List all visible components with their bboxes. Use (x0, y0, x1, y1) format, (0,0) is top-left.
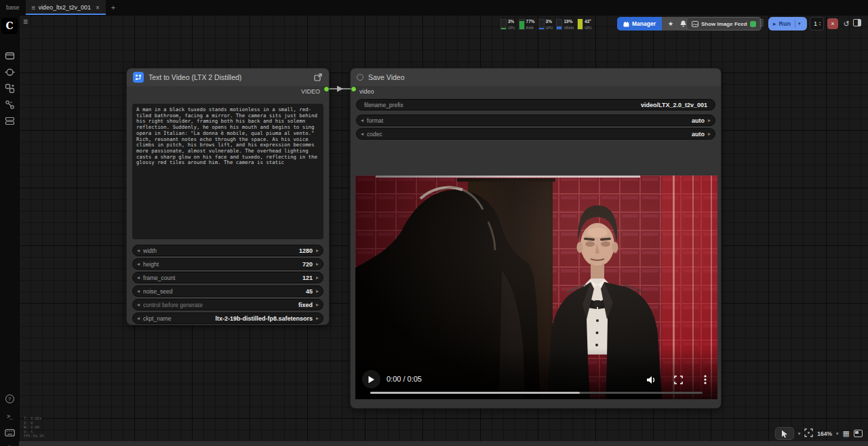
widget-noise-seed[interactable]: ◂ noise_seed 45 ▸ (132, 285, 323, 297)
widget-name: width (143, 247, 157, 254)
manager-label: Manager (632, 20, 656, 27)
widget-name: codec (367, 131, 382, 138)
canvas-menu-icon[interactable]: ≡ (23, 17, 28, 26)
node-header[interactable]: Save Video (351, 68, 721, 86)
run-options-chevron-icon[interactable]: ▾ (798, 21, 801, 26)
node-text-to-video[interactable]: Text to Video (LTX 2 Distilled) VIDEO A … (126, 68, 330, 325)
pointer-tool-button[interactable] (775, 427, 794, 440)
horizontal-scrollbar[interactable] (19, 441, 868, 446)
image-icon (692, 21, 698, 27)
widget-ckpt-name[interactable]: ◂ ckpt_name ltx-2-19b-distilled-fp8.safe… (132, 312, 323, 324)
terminal-icon[interactable]: >_ (4, 411, 15, 422)
decrement-icon[interactable]: ◂ (137, 262, 140, 267)
batch-count-input[interactable]: 1 ▲ ▼ (810, 17, 824, 31)
queue-icon[interactable] (4, 115, 15, 126)
tab-video-ltx2[interactable]: ≡ video_ltx2_t2v_001 × (26, 0, 106, 15)
widget-codec[interactable]: ◂ codec auto ▸ (356, 128, 715, 140)
gpu-monitor: 3%GPU (538, 18, 553, 30)
ram-monitor: 77%RAM (519, 18, 535, 30)
play-button[interactable] (362, 370, 380, 388)
star-icon[interactable]: ★ (665, 18, 677, 29)
prompt-textarea[interactable]: A man in a black tuxedo stands motionles… (132, 104, 323, 239)
input-label-video: video (359, 86, 374, 97)
time-display: 0:00 / 0:05 (387, 375, 422, 383)
settings-gear-icon[interactable]: ⚙ (4, 443, 15, 446)
widget-value[interactable]: auto (692, 131, 705, 138)
increment-icon[interactable]: ▸ (316, 262, 319, 267)
help-icon[interactable]: ? (4, 393, 15, 404)
widget-width[interactable]: ◂ width 1280 ▸ (132, 245, 323, 256)
history-button[interactable]: ↺ (841, 18, 852, 30)
increment-icon[interactable]: ▸ (316, 248, 319, 254)
widget-value[interactable]: 1280 (299, 247, 313, 254)
interrupt-button[interactable]: × (827, 18, 838, 29)
tool-chevron-icon[interactable]: ▾ (798, 431, 801, 437)
output-label-video: VIDEO (301, 86, 320, 97)
overflow-menu-icon[interactable] (700, 374, 711, 385)
widget-value[interactable]: ltx-2-19b-distilled-fp8.safetensors (215, 315, 313, 322)
decrement-icon[interactable]: ◂ (361, 131, 363, 137)
feed-status-icon (750, 21, 756, 27)
close-tab-icon[interactable]: × (96, 4, 100, 12)
widget-name: height (143, 261, 159, 268)
toolbar-drag-handle[interactable]: ⣿ (759, 18, 764, 27)
workflows-icon[interactable] (4, 50, 15, 61)
perf-stats-overlay: T: 0.02s I: 0 W: 2.00 V: 5 FPS:59.95 (24, 416, 44, 439)
widget-format[interactable]: ◂ format auto ▸ (356, 115, 715, 126)
widget-control-before-generate[interactable]: ◂ control before generate fixed ▸ (132, 299, 323, 310)
increment-icon[interactable]: ▸ (708, 131, 711, 137)
vram-monitor: 19%VRAM (556, 18, 573, 30)
decrement-icon[interactable]: ◂ (137, 289, 140, 294)
model-library-icon[interactable] (4, 66, 15, 77)
widget-filename-prefix[interactable]: filename_prefix video/LTX_2.0_t2v_001 (356, 99, 715, 110)
node-title: Text to Video (LTX 2 Distilled) (149, 73, 241, 81)
collapse-node-icon[interactable] (357, 74, 363, 81)
new-tab-button[interactable]: + (106, 0, 121, 15)
decrement-icon[interactable]: ◂ (361, 118, 363, 123)
batch-count-value[interactable]: 1 (814, 20, 817, 27)
tab-base[interactable]: base (0, 0, 26, 15)
decrement-icon[interactable]: ◂ (137, 248, 140, 254)
manager-button[interactable]: Manager (617, 17, 662, 31)
input-socket-video[interactable] (351, 86, 357, 92)
increment-icon[interactable]: ▸ (316, 275, 319, 281)
templates-icon[interactable] (4, 99, 15, 110)
widget-value[interactable]: 121 (302, 275, 313, 281)
show-image-feed-button[interactable]: Show Image Feed (686, 17, 762, 31)
spinner-down-icon[interactable]: ▼ (818, 24, 821, 26)
widget-value[interactable]: fixed (298, 302, 313, 308)
increment-icon[interactable]: ▸ (316, 289, 319, 294)
volume-icon[interactable] (646, 374, 656, 385)
video-preview[interactable]: 0:00 / 0:05 (355, 176, 717, 399)
widget-value[interactable]: 45 (306, 288, 313, 295)
output-socket-video[interactable] (323, 86, 330, 92)
widget-value[interactable]: auto (692, 117, 705, 124)
toggle-panel-button[interactable] (853, 19, 861, 26)
node-header[interactable]: Text to Video (LTX 2 Distilled) (127, 68, 329, 86)
minimap-toggle-icon[interactable] (854, 430, 863, 437)
widget-name: format (367, 117, 383, 124)
increment-icon[interactable]: ▸ (316, 316, 319, 321)
run-button[interactable]: ▸ Run ▾ (768, 17, 807, 31)
fullscreen-icon[interactable] (673, 374, 684, 385)
decrement-icon[interactable]: ◂ (137, 275, 140, 281)
comfyui-logo: C (1, 18, 18, 34)
node-library-icon[interactable] (4, 83, 15, 94)
decrement-icon[interactable]: ◂ (137, 302, 140, 308)
expand-preview-icon[interactable] (313, 73, 323, 82)
seek-bar[interactable] (370, 392, 703, 394)
increment-icon[interactable]: ▸ (316, 302, 319, 308)
shortcuts-icon[interactable] (4, 427, 15, 438)
zoom-level[interactable]: 164% (817, 430, 832, 437)
zoom-chevron-icon[interactable]: ▾ (836, 431, 839, 437)
grid-toggle-icon[interactable]: ▦ (843, 430, 850, 437)
left-sidebar: C ? >_ ⚙ (0, 15, 19, 446)
node-save-video[interactable]: Save Video video filename_prefix video/L… (350, 68, 722, 409)
widget-frame-count[interactable]: ◂ frame_count 121 ▸ (132, 272, 323, 283)
widget-value[interactable]: video/LTX_2.0_t2v_001 (641, 102, 707, 108)
widget-height[interactable]: ◂ height 720 ▸ (132, 258, 323, 270)
decrement-icon[interactable]: ◂ (137, 316, 140, 321)
fit-view-icon[interactable] (804, 428, 813, 440)
widget-value[interactable]: 720 (302, 261, 313, 268)
increment-icon[interactable]: ▸ (708, 118, 711, 123)
